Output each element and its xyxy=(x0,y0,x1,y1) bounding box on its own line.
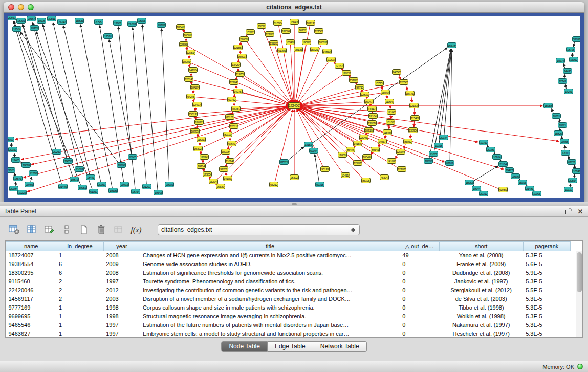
graph-node[interactable]: 19852 xyxy=(63,158,73,164)
graph-node[interactable]: 21164 xyxy=(498,161,508,167)
graph-node[interactable]: 127078 xyxy=(396,149,405,155)
graph-node[interactable]: 67751 xyxy=(567,159,576,165)
graph-node[interactable]: 166784 xyxy=(447,42,456,48)
graph-node[interactable]: 226058 xyxy=(179,41,188,47)
graph-node[interactable]: 103184 xyxy=(221,149,230,155)
graph-node[interactable]: 141021 xyxy=(223,176,232,181)
edit-table-icon[interactable] xyxy=(42,223,56,236)
graph-node[interactable]: 61053 xyxy=(89,189,98,194)
graph-node[interactable]: 89130 xyxy=(223,132,232,137)
graph-node[interactable]: 86153 xyxy=(225,114,234,120)
graph-node[interactable]: 20667 xyxy=(27,16,36,21)
graph-node[interactable]: 19564 xyxy=(12,26,21,32)
graph-node[interactable]: 818304 xyxy=(273,20,282,26)
graph-node[interactable]: 748503 xyxy=(392,69,401,75)
graph-node[interactable]: 173854 xyxy=(203,171,212,177)
graph-node[interactable]: 165482 xyxy=(286,39,295,45)
table-row[interactable]: 1830029562008Estimation of significance … xyxy=(6,269,571,277)
graph-node[interactable]: 99114 xyxy=(197,163,206,169)
graph-node[interactable]: 18099 xyxy=(21,162,31,168)
graph-node[interactable]: 121073 xyxy=(397,166,406,172)
graph-node[interactable]: 20991 xyxy=(165,182,174,187)
graph-node[interactable]: 95139 xyxy=(320,166,330,172)
graph-node[interactable]: 110427 xyxy=(367,106,377,112)
graph-node[interactable]: 12010 xyxy=(561,150,570,156)
graph-node[interactable]: 109137 xyxy=(306,20,315,26)
graph-node[interactable]: 122073 xyxy=(353,160,362,166)
graph-node[interactable]: 18930 xyxy=(8,137,14,142)
graph-node[interactable]: 95722 xyxy=(257,23,266,29)
graph-node[interactable]: 131534 xyxy=(304,142,313,147)
graph-node[interactable]: 91301 xyxy=(277,48,287,53)
network-canvas[interactable]: 1724067188412160012226058127514109914143… xyxy=(8,16,580,198)
graph-node[interactable]: 18738 xyxy=(566,47,575,52)
graph-node[interactable]: 128503 xyxy=(399,79,408,85)
graph-node[interactable]: 116251 xyxy=(342,70,351,76)
graph-node[interactable]: 149577 xyxy=(378,139,387,144)
graph-node[interactable]: 20728 xyxy=(157,22,166,28)
graph-node[interactable]: 92450 xyxy=(498,187,508,192)
scrollbar-thumb[interactable] xyxy=(577,252,582,292)
delete-table-icon[interactable] xyxy=(94,223,108,236)
graph-node[interactable]: 104114 xyxy=(341,172,350,178)
graph-node[interactable]: 195821 xyxy=(302,39,311,45)
graph-node[interactable]: 132201 xyxy=(269,40,278,46)
graph-node[interactable]: 85952 xyxy=(403,139,412,144)
graph-node[interactable]: 97641 xyxy=(227,141,236,146)
tab-edge-table[interactable]: Edge Table xyxy=(268,341,313,352)
graph-node[interactable]: 127641 xyxy=(229,79,238,85)
graph-node[interactable]: 163021 xyxy=(193,146,203,151)
graph-node[interactable]: 92752 xyxy=(227,97,236,102)
graph-node[interactable]: 150491 xyxy=(381,90,390,95)
graph-node[interactable]: 63044 xyxy=(309,148,318,154)
table-row[interactable]: 946362711997Embryonic stem cells: a mode… xyxy=(6,330,571,338)
graph-node[interactable]: 19005 xyxy=(532,191,541,196)
graph-node[interactable]: 20583 xyxy=(94,19,103,25)
table-row[interactable]: 977716911998Corpus callosum shape and si… xyxy=(6,303,571,312)
network-table-select[interactable]: citations_edges.txt xyxy=(158,224,360,235)
column-header-year[interactable]: year xyxy=(103,242,140,251)
new-table-icon[interactable] xyxy=(77,223,91,236)
graph-node[interactable]: 19405 xyxy=(11,157,20,163)
panel-splitter[interactable] xyxy=(0,202,588,206)
graph-node[interactable]: 134204 xyxy=(231,62,241,68)
graph-node[interactable]: 19591 xyxy=(103,33,113,39)
table-row[interactable]: 946554611997Estimation of the future num… xyxy=(6,321,571,330)
graph-node[interactable]: 67919 xyxy=(445,160,454,166)
graph-node[interactable]: 121853 xyxy=(233,45,243,50)
graph-node[interactable]: 188412 xyxy=(176,24,185,30)
graph-node[interactable]: 19123 xyxy=(564,187,573,192)
column-header-pagerank[interactable]: pagerank xyxy=(523,242,570,251)
graph-node[interactable]: 116216 xyxy=(367,120,377,126)
graph-node[interactable]: 18502 xyxy=(424,158,433,164)
column-header-out-degree[interactable]: △ out_de… xyxy=(400,242,439,251)
graph-node[interactable]: 20554 xyxy=(568,178,577,183)
graph-node[interactable]: 148501 xyxy=(322,49,332,54)
graph-node[interactable]: 160471 xyxy=(364,99,374,104)
graph-node[interactable]: 763041 xyxy=(380,174,389,180)
graph-node[interactable]: 136950 xyxy=(408,127,418,133)
graph-node[interactable]: 109914 xyxy=(182,59,191,64)
graph-node[interactable]: 160014 xyxy=(237,54,247,59)
tab-network-table[interactable]: Network Table xyxy=(313,341,367,352)
graph-node[interactable]: 19505 xyxy=(108,188,118,193)
graph-node[interactable]: 87515 xyxy=(279,159,289,165)
column-settings-icon[interactable] xyxy=(7,223,21,236)
row-height-icon[interactable] xyxy=(59,223,74,236)
graph-node[interactable]: 143204 xyxy=(188,67,198,73)
graph-node[interactable]: 19642 xyxy=(154,190,163,195)
graph-node[interactable]: 121638 xyxy=(409,103,419,108)
tab-node-table[interactable]: Node Table xyxy=(221,341,268,352)
graph-node[interactable]: 21530 xyxy=(29,170,38,176)
window-titlebar[interactable]: citations_edges.txt xyxy=(4,2,584,13)
graph-node[interactable]: 16231 xyxy=(552,113,561,119)
graph-node[interactable]: 120113 xyxy=(229,123,238,129)
graph-node[interactable]: 128101 xyxy=(360,92,369,97)
graph-node[interactable]: 20053 xyxy=(97,182,106,187)
graph-node[interactable]: 107931 xyxy=(190,128,200,134)
graph-node[interactable]: 158132 xyxy=(188,111,198,117)
graph-node[interactable]: 18341 xyxy=(572,168,580,174)
close-panel-icon[interactable]: ✕ xyxy=(577,208,584,215)
graph-node[interactable]: 110647 xyxy=(385,99,394,104)
graph-node[interactable]: 20766 xyxy=(25,182,34,187)
